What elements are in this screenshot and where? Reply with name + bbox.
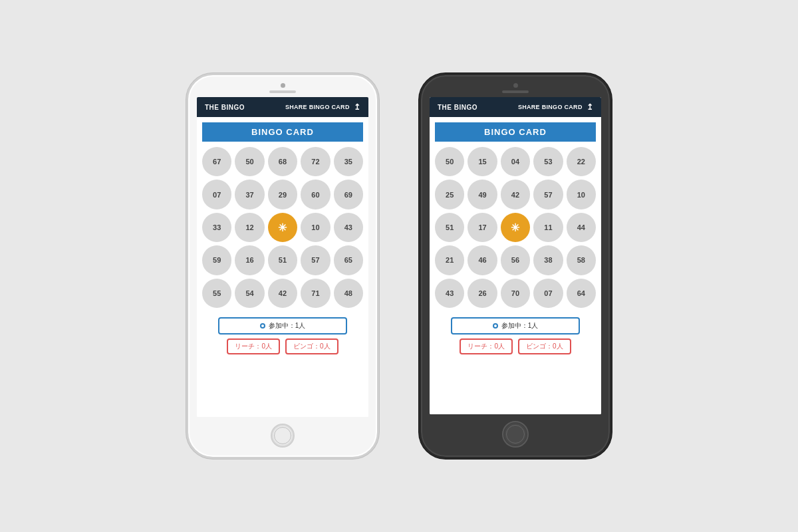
bingo-cell[interactable]: ✳ [268, 213, 297, 242]
share-label-dark: SHARE BINGO CARD [518, 104, 583, 110]
camera-white [281, 83, 285, 88]
home-button-inner-white [274, 427, 291, 444]
bingo-cell[interactable]: 10 [301, 213, 330, 242]
bingo-cell[interactable]: 33 [202, 213, 231, 242]
bingo-cell[interactable]: 11 [533, 213, 563, 242]
bingo-cell[interactable]: 46 [467, 245, 497, 275]
bingo-cell[interactable]: 10 [567, 180, 596, 209]
phone-bottom-white [188, 417, 377, 457]
nav-action-dark[interactable]: SHARE BINGO CARD ↥ [518, 102, 593, 112]
bingo-cell[interactable]: 16 [235, 245, 264, 275]
bingo-cell[interactable]: 53 [533, 147, 563, 176]
status-area-dark: 参加中：1人 リーチ：0人 ビンゴ：0人 [435, 317, 596, 354]
bingo-cell[interactable]: 43 [435, 279, 464, 308]
screen-white: THE BINGO SHARE BINGO CARD ↥ BINGO CARD … [197, 97, 368, 417]
status-row-dark: リーチ：0人 ビンゴ：0人 [460, 338, 571, 354]
share-label-white: SHARE BINGO CARD [285, 104, 350, 110]
phone-top-white [188, 75, 377, 97]
bingo-cell[interactable]: 59 [202, 245, 231, 275]
bingo-cell[interactable]: 21 [435, 245, 464, 275]
bingo-cell[interactable]: 25 [435, 180, 464, 209]
navbar-dark: THE BINGO SHARE BINGO CARD ↥ [430, 97, 601, 117]
reach-badge-white: リーチ：0人 [227, 338, 280, 354]
nav-action-white[interactable]: SHARE BINGO CARD ↥ [285, 102, 360, 112]
phone-dark: THE BINGO SHARE BINGO CARD ↥ BINGO CARD … [419, 73, 612, 459]
bingo-cell[interactable]: 67 [202, 147, 231, 176]
bingo-cell[interactable]: ✳ [501, 213, 530, 242]
bingo-cell[interactable]: 57 [533, 180, 563, 209]
bingo-cell[interactable]: 04 [501, 147, 530, 176]
brand-white: THE BINGO [205, 104, 245, 111]
bingo-cell[interactable]: 29 [268, 180, 297, 209]
bingo-cell[interactable]: 37 [235, 180, 264, 209]
bingo-cell[interactable]: 38 [533, 245, 563, 275]
circle-icon-dark [493, 323, 498, 329]
bingo-cell[interactable]: 42 [268, 279, 297, 308]
bingo-cell[interactable]: 69 [334, 180, 363, 209]
home-button-white[interactable] [271, 424, 295, 448]
bingo-cell[interactable]: 57 [301, 245, 330, 275]
bingo-cell[interactable]: 51 [268, 245, 297, 275]
bingo-cell[interactable]: 22 [567, 147, 596, 176]
participants-text-dark: 参加中：1人 [501, 321, 539, 331]
bingo-badge-dark: ビンゴ：0人 [518, 338, 571, 354]
participants-dark: 参加中：1人 [451, 317, 580, 334]
bingo-cell[interactable]: 55 [202, 279, 231, 308]
bingo-cell[interactable]: 58 [567, 245, 596, 275]
bingo-cell[interactable]: 56 [501, 245, 530, 275]
bingo-cell[interactable]: 68 [268, 147, 297, 176]
home-button-dark[interactable] [502, 421, 529, 448]
bingo-cell[interactable]: 71 [301, 279, 330, 308]
bingo-cell[interactable]: 17 [467, 213, 497, 242]
circle-icon-white [260, 323, 265, 329]
bingo-cell[interactable]: 70 [501, 279, 530, 308]
participants-white: 参加中：1人 [218, 317, 347, 334]
share-icon-white: ↥ [354, 102, 360, 112]
bingo-cell[interactable]: 15 [467, 147, 497, 176]
bingo-cell[interactable]: 60 [301, 180, 330, 209]
bingo-cell[interactable]: 51 [435, 213, 464, 242]
bingo-cell[interactable]: 72 [301, 147, 330, 176]
status-row-white: リーチ：0人 ビンゴ：0人 [227, 338, 338, 354]
bingo-cell[interactable]: 07 [533, 279, 563, 308]
bingo-title-white: BINGO CARD [202, 122, 363, 142]
screen-dark: THE BINGO SHARE BINGO CARD ↥ BINGO CARD … [430, 97, 601, 414]
bingo-badge-white: ビンゴ：0人 [285, 338, 338, 354]
bingo-grid-dark: 501504532225494257105117✳114421465638584… [435, 147, 596, 308]
participants-text-white: 参加中：1人 [269, 321, 306, 331]
reach-badge-dark: リーチ：0人 [460, 338, 513, 354]
bingo-cell[interactable]: 65 [334, 245, 363, 275]
bingo-cell[interactable]: 44 [567, 213, 596, 242]
bingo-cell[interactable]: 42 [501, 180, 530, 209]
bingo-cell[interactable]: 35 [334, 147, 363, 176]
phone-bottom-dark [421, 414, 610, 457]
bingo-title-dark: BINGO CARD [435, 122, 596, 142]
bingo-grid-white: 675068723507372960693312✳104359165157655… [202, 147, 363, 308]
share-icon-dark: ↥ [587, 102, 593, 112]
bingo-card-dark: BINGO CARD 501504532225494257105117✳1144… [430, 117, 601, 414]
bingo-cell[interactable]: 48 [334, 279, 363, 308]
bingo-cell[interactable]: 26 [467, 279, 497, 308]
camera-dark [513, 83, 518, 88]
speaker-dark [502, 90, 529, 93]
speaker-white [269, 90, 296, 93]
bingo-cell[interactable]: 54 [235, 279, 264, 308]
bingo-cell[interactable]: 43 [334, 213, 363, 242]
bingo-cell[interactable]: 49 [467, 180, 497, 209]
status-area-white: 参加中：1人 リーチ：0人 ビンゴ：0人 [202, 317, 363, 354]
brand-dark: THE BINGO [438, 104, 477, 111]
phone-white: THE BINGO SHARE BINGO CARD ↥ BINGO CARD … [186, 73, 379, 459]
phone-top-dark [421, 75, 610, 97]
bingo-cell[interactable]: 12 [235, 213, 264, 242]
bingo-cell[interactable]: 50 [435, 147, 464, 176]
bingo-cell[interactable]: 64 [567, 279, 596, 308]
home-button-inner-dark [506, 425, 525, 444]
bingo-card-white: BINGO CARD 675068723507372960693312✳1043… [197, 117, 368, 417]
bingo-cell[interactable]: 07 [202, 180, 231, 209]
bingo-cell[interactable]: 50 [235, 147, 264, 176]
navbar-white: THE BINGO SHARE BINGO CARD ↥ [197, 97, 368, 117]
